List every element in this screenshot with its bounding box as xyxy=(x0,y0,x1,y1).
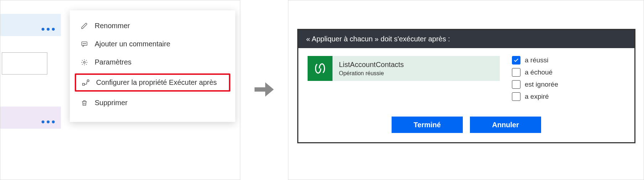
left-panel: ••• ••• Renommer Ajouter un commentaire xyxy=(0,0,240,180)
svg-point-1 xyxy=(83,43,83,43)
checkbox-icon xyxy=(512,56,520,65)
pencil-icon xyxy=(80,22,88,30)
svg-point-2 xyxy=(84,43,84,43)
check-skipped[interactable]: est ignorée xyxy=(512,80,558,89)
step-card-purple[interactable]: ••• xyxy=(0,107,61,129)
predecessor-card[interactable]: ListAccountContacts Opération réussie xyxy=(308,56,500,81)
check-succeeded[interactable]: a réussi xyxy=(512,56,558,65)
menu-item-label: Ajouter un commentaire xyxy=(95,40,170,48)
operation-status: Opération réussie xyxy=(339,70,404,77)
checkbox-icon xyxy=(512,80,520,89)
comment-icon xyxy=(80,40,88,48)
run-after-dialog: « Appliquer à chacun » doit s'exécuter a… xyxy=(297,29,635,143)
more-icon[interactable]: ••• xyxy=(41,27,57,31)
menu-item-label: Renommer xyxy=(95,22,130,30)
gear-icon xyxy=(80,58,88,66)
check-label: a réussi xyxy=(525,56,549,64)
svg-point-4 xyxy=(84,61,85,63)
step-card-selected[interactable]: ••• xyxy=(0,14,61,36)
context-menu: Renommer Ajouter un commentaire Paramètr… xyxy=(70,10,235,122)
svg-point-6 xyxy=(87,79,89,82)
status-checkboxes: a réussi a échoué est ignorée a exp xyxy=(512,56,558,101)
menu-item-label: Supprimer xyxy=(95,99,127,107)
check-label: a échoué xyxy=(525,68,553,76)
check-timedout[interactable]: a expiré xyxy=(512,92,558,101)
flow-icon xyxy=(82,79,90,87)
step-card[interactable] xyxy=(2,52,47,74)
menu-item-label: Paramètres xyxy=(95,58,131,66)
menu-item-label: Configurer la propriété Exécuter après xyxy=(96,78,217,87)
operation-name: ListAccountContacts xyxy=(339,61,404,69)
trash-icon xyxy=(80,99,88,107)
check-label: est ignorée xyxy=(525,81,558,88)
done-button[interactable]: Terminé xyxy=(392,117,463,133)
dialog-title: « Appliquer à chacun » doit s'exécuter a… xyxy=(298,30,634,48)
checkbox-icon xyxy=(512,92,520,101)
menu-item-delete[interactable]: Supprimer xyxy=(70,94,235,112)
more-icon[interactable]: ••• xyxy=(41,120,57,124)
right-panel: « Appliquer à chacun » doit s'exécuter a… xyxy=(288,0,644,180)
menu-item-run-after[interactable]: Configurer la propriété Exécuter après xyxy=(75,73,230,92)
check-label: a expiré xyxy=(525,93,549,101)
svg-rect-5 xyxy=(83,83,85,85)
checkbox-icon xyxy=(512,68,520,77)
menu-item-comment[interactable]: Ajouter un commentaire xyxy=(70,35,235,53)
check-failed[interactable]: a échoué xyxy=(512,68,558,77)
arrow-separator xyxy=(240,0,288,180)
cancel-button[interactable]: Annuler xyxy=(470,117,541,133)
svg-point-3 xyxy=(85,43,86,43)
menu-item-rename[interactable]: Renommer xyxy=(70,17,235,35)
menu-item-settings[interactable]: Paramètres xyxy=(70,53,235,71)
arrow-right-icon xyxy=(254,81,274,99)
dataverse-icon xyxy=(308,56,333,81)
